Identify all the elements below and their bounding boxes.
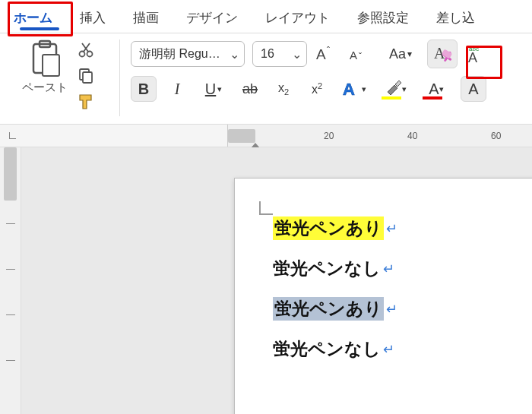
font-color-button[interactable]: A ▾ (420, 76, 453, 102)
increase-font-size-button[interactable]: Aˆ (315, 41, 340, 67)
text-run[interactable]: 蛍光ペンなし (273, 257, 381, 280)
paragraph[interactable]: 蛍光ペンあり ↵ (273, 216, 532, 240)
document-area[interactable]: 蛍光ペンあり ↵ 蛍光ペンなし ↵ 蛍光ペンあり ↵ 蛍光ペンなし ↵ (21, 147, 532, 414)
decrease-font-size-button[interactable]: Aˇ (348, 41, 374, 67)
text-run[interactable]: 蛍光ペンなし (273, 337, 381, 361)
paragraph-mark-icon: ↵ (386, 301, 397, 318)
bold-button[interactable]: B (131, 76, 157, 102)
paste-button[interactable]: ペースト (22, 40, 68, 95)
character-shading-button[interactable]: A (461, 76, 486, 102)
vertical-ruler[interactable] (0, 147, 21, 414)
superscript-button[interactable]: x2 (304, 76, 330, 102)
text-run-selected[interactable]: 蛍光ペンあり (273, 297, 384, 321)
font-size-value: 16 (261, 47, 274, 61)
ribbon-tabs: ホーム 挿入 描画 デザイン レイアウト 参照設定 差し込 (0, 0, 532, 33)
scissors-icon (77, 41, 95, 59)
italic-button[interactable]: I (164, 76, 190, 102)
tab-references[interactable]: 参照設定 (351, 5, 415, 31)
paragraph-mark-icon: ↵ (383, 261, 394, 277)
underline-button[interactable]: U▾ (198, 76, 230, 102)
svg-point-4 (87, 52, 92, 57)
svg-rect-6 (83, 72, 92, 83)
paragraph[interactable]: 蛍光ペンなし ↵ (273, 257, 532, 280)
paragraph[interactable]: 蛍光ペンなし ↵ (273, 337, 532, 361)
change-case-button[interactable]: Aa ▾ (382, 41, 420, 67)
horizontal-ruler[interactable]: 20 40 60 (0, 125, 532, 147)
paste-label: ペースト (22, 81, 68, 95)
chevron-down-icon: ⌄ (230, 47, 239, 62)
format-painter-button[interactable] (75, 91, 97, 112)
font-size-combo[interactable]: 16 ⌄ (252, 41, 307, 67)
subscript-button[interactable]: x2 (271, 76, 296, 102)
copy-button[interactable] (75, 65, 97, 87)
strikethrough-button[interactable]: ab (237, 76, 263, 102)
phonetic-guide-button[interactable]: abc A (465, 41, 491, 67)
tab-mailmerge[interactable]: 差し込 (430, 5, 481, 31)
text-effects-icon: A (342, 79, 362, 99)
cut-button[interactable] (75, 40, 97, 61)
copy-icon (77, 67, 95, 85)
font-family-value: 游明朝 Regu… (139, 46, 220, 62)
ribbon: ペースト (0, 33, 532, 125)
page[interactable]: 蛍光ペンあり ↵ 蛍光ペンなし ↵ 蛍光ペンあり ↵ 蛍光ペンなし ↵ (234, 178, 532, 414)
highlighter-icon (384, 80, 402, 98)
group-font: 游明朝 Regu… ⌄ 16 ⌄ Aˆ Aˇ Aa ▾ A (131, 40, 524, 116)
highlight-button[interactable]: ▾ (378, 76, 412, 102)
margin-corner-icon (259, 201, 273, 215)
paragraph-mark-icon: ↵ (383, 341, 394, 358)
tab-insert[interactable]: 挿入 (74, 5, 112, 31)
svg-text:ˆ: ˆ (327, 46, 330, 56)
font-family-combo[interactable]: 游明朝 Regu… ⌄ (131, 41, 245, 67)
svg-rect-2 (43, 55, 59, 76)
chevron-down-icon: ▾ (407, 49, 412, 59)
paragraph-mark-icon: ↵ (386, 220, 397, 237)
svg-text:A: A (316, 46, 326, 62)
text-run-highlighted[interactable]: 蛍光ペンあり (273, 216, 384, 240)
svg-text:ˇ: ˇ (359, 52, 362, 62)
tab-design[interactable]: デザイン (180, 5, 244, 31)
group-clipboard: ペースト (8, 40, 120, 116)
svg-point-3 (79, 52, 84, 57)
text-effects-button[interactable]: A ▾ (337, 76, 371, 102)
chevron-down-icon: ⌄ (292, 47, 302, 62)
tab-layout[interactable]: レイアウト (259, 5, 336, 31)
tab-draw[interactable]: 描画 (127, 5, 165, 31)
clear-format-icon: A (432, 43, 453, 65)
svg-text:A: A (350, 49, 357, 62)
change-case-label: Aa (389, 46, 406, 62)
clipboard-icon (27, 40, 62, 79)
svg-text:A: A (343, 80, 355, 99)
svg-text:A: A (468, 50, 477, 64)
paragraph[interactable]: 蛍光ペンあり ↵ (273, 297, 532, 321)
clear-formatting-button[interactable]: A (427, 40, 458, 68)
paintbrush-icon (76, 92, 96, 112)
